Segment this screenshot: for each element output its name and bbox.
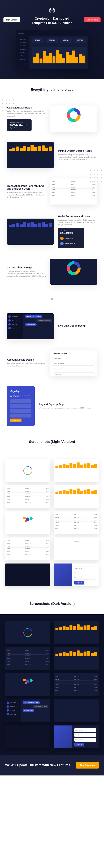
hero-section: Cryptonio – Dashboard Template For ICO B… — [0, 0, 104, 79]
section-title-one-place: Everything is in one place — [0, 79, 104, 93]
screenshot-thumb: Sign Up — [54, 725, 99, 748]
stat-card: Investment$340,000 — [45, 38, 58, 43]
light-version-button[interactable]: Light Version — [3, 18, 20, 22]
feature-title: Live Chat Option Design — [58, 324, 97, 327]
feature-title: Mining System Design Ready — [58, 150, 97, 152]
signup-input[interactable] — [10, 404, 31, 408]
screenshot-thumb: Alex MartinSarah LeeJohn DoeEmma RayHey,… — [5, 700, 50, 722]
section-title-dark: Screenshots (Dark Version) — [0, 593, 104, 607]
wallet-screenshot — [7, 219, 54, 245]
stat-card: Total Balance$542,897 — [74, 38, 86, 43]
screenshot-thumb: Details — [54, 537, 99, 560]
divider — [48, 445, 56, 445]
account-screenshot: Account Details Save — [50, 350, 97, 376]
feature-title: Account Details Design — [7, 358, 46, 361]
feature-title: Wallet For Admin and Users — [58, 215, 97, 218]
buy-button[interactable]: Buy Cryptonio — [76, 762, 99, 769]
wallet-coin: Bitcoin (BTC) — [60, 236, 82, 241]
nav-item[interactable]: Transaction — [17, 41, 28, 44]
dashboard-screenshot — [50, 105, 97, 132]
screenshot-thumb — [5, 673, 50, 696]
screenshot-thumb: #10000.01 BTCDone#10010.02 BTCDone#10020… — [5, 485, 50, 508]
screenshot-thumb — [54, 647, 99, 670]
screenshot-thumb — [5, 725, 50, 748]
screenshot-thumb — [5, 621, 50, 644]
feature-title: ICO Distribution Page — [7, 266, 46, 269]
feature-login: Login & Sign Up Page We added Login and … — [0, 381, 104, 431]
feature-distribution: ICO Distribution Page Cryptonio has anot… — [0, 253, 104, 290]
screenshot-thumb: #10000.01 BTCDone#10010.02 BTCDone#10020… — [54, 673, 99, 696]
screenshot-thumb — [5, 512, 50, 534]
feature-dashboard: A Detailed Dashboard It's very important… — [0, 100, 104, 137]
signup-card: Sign Up! Enter your details below and we… — [7, 386, 35, 426]
feature-desc: In our transaction page, we added all th… — [7, 191, 46, 198]
signup-button[interactable]: Sign Up — [10, 418, 22, 422]
screenshot-thumb — [5, 459, 50, 482]
stat-card: Pending$12,800 — [60, 38, 72, 43]
screenshot-thumb: #10000.01 BTCDone#10010.02 BTCDone#10020… — [5, 647, 50, 670]
feature-desc: You can edit your bank account details a… — [7, 363, 46, 367]
screenshot-thumb: #10000.01 BTCDone#10010.02 BTCDone#10020… — [54, 512, 99, 534]
dark-screenshots-grid: #10000.01 BTCDone#10010.02 BTCDone#10020… — [0, 614, 104, 755]
signup-input[interactable] — [10, 414, 31, 417]
screenshot-thumb — [54, 621, 99, 644]
stat-card: Distribution$89,100 — [32, 38, 44, 43]
feature-account: Account Details Design You can edit your… — [0, 345, 104, 381]
dashboard-brand: Cryptonio — [18, 32, 24, 34]
screenshot-thumb — [5, 563, 50, 586]
hero-dashboard-preview: Cryptonio DashboardTransactionBuy ICODis… — [15, 30, 89, 69]
wallet-balance-card: Wallet Balance $254342.00 Bitcoin (BTC)E… — [58, 228, 84, 248]
feature-wallet: Wallet For Admin and Users You can easil… — [0, 210, 104, 253]
nav-item[interactable]: Send ICO — [17, 51, 28, 54]
mining-screenshot — [7, 142, 54, 168]
balance-card: Your Current Balance $254342.00 Equivale… — [7, 119, 32, 131]
feature-desc: You can easily handle your wallet. All t… — [58, 219, 97, 226]
chat-screenshot: Alex MartinSarah LeeJohn DoeEmma Ray Hey… — [7, 313, 54, 339]
nav-item[interactable]: Buy ICO — [17, 44, 28, 48]
feature-transaction: Transaction Page For Front End and Back … — [0, 173, 104, 210]
section-title-light: Screenshots (Light Version) — [0, 431, 104, 445]
dark-version-button[interactable]: Dark Version — [84, 18, 101, 22]
distribution-screenshot — [50, 259, 97, 285]
feature-desc: Cryptonio has another awesome feature, I… — [7, 270, 46, 277]
account-input[interactable] — [53, 362, 95, 366]
screenshot-thumb: #10000.01 BTCDone#10010.02 BTCDone#10020… — [5, 537, 50, 560]
close-icon: × — [0, 290, 104, 308]
screenshot-thumb — [54, 485, 99, 508]
feature-mining: Mining System Design Ready You can start… — [0, 137, 104, 173]
account-input[interactable] — [53, 372, 95, 376]
nav-item[interactable]: Settings — [17, 58, 28, 61]
divider — [48, 607, 56, 608]
footer-heading: We Will Update Our Item With New Feature… — [5, 763, 71, 767]
nav-item[interactable]: Dashboard — [17, 38, 28, 41]
donut-chart-icon — [67, 261, 80, 275]
screenshot-thumb: Sign Up — [54, 563, 99, 586]
footer-cta: We Will Update Our Item With New Feature… — [0, 755, 104, 775]
cube-logo-icon — [48, 7, 56, 14]
feature-desc: We added Login and sign up pages to make… — [39, 407, 97, 409]
donut-chart-icon — [67, 108, 80, 122]
account-input[interactable] — [53, 367, 95, 371]
signup-input[interactable] — [10, 409, 31, 413]
signup-input[interactable] — [10, 399, 31, 403]
feature-title: Transaction Page For Front End and Back … — [7, 185, 46, 190]
divider — [48, 93, 56, 93]
feature-chat: Live Chat Option Design Alex MartinSarah… — [0, 308, 104, 345]
nav-item[interactable]: Wallet — [17, 54, 28, 58]
feature-desc: You can start mining with this system. I… — [58, 154, 97, 161]
light-screenshots-grid: #10000.01 BTCDone#10010.02 BTCDone#10020… — [0, 453, 104, 593]
screenshot-thumb — [54, 700, 99, 722]
nav-item[interactable]: Distribution — [17, 48, 28, 51]
feature-title: Login & Sign Up Page — [39, 403, 97, 406]
account-input[interactable] — [53, 356, 95, 360]
screenshot-thumb — [54, 459, 99, 482]
wallet-coin: Ethereum (ETH) — [60, 241, 82, 246]
